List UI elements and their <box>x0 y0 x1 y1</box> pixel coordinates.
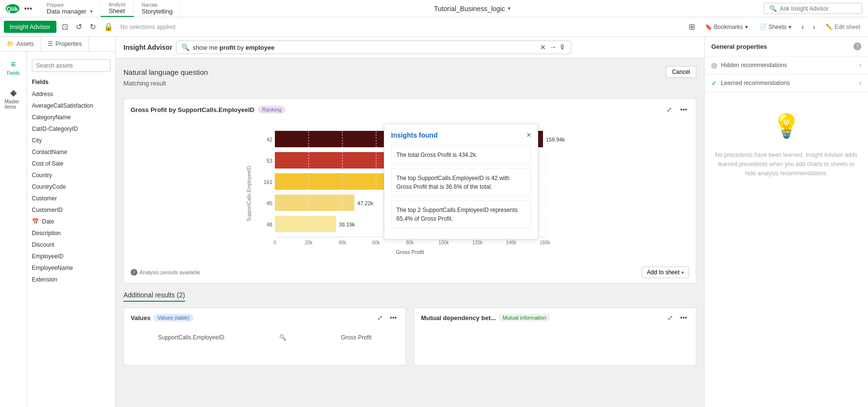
field-item-address[interactable]: Address <box>27 88 115 100</box>
values-chart-actions: ⤢ ••• <box>375 313 399 323</box>
lightbulb-area: 💡 No precedents have been learned. Insig… <box>705 92 868 194</box>
field-item-date[interactable]: 📅 Date <box>27 216 115 227</box>
field-item-countrycode[interactable]: CountryCode <box>27 181 115 193</box>
lock-icon[interactable]: 🔒 <box>101 20 116 33</box>
field-item-customer[interactable]: Customer <box>27 193 115 204</box>
search-assets-input[interactable] <box>32 59 110 72</box>
cancel-button[interactable]: Cancel <box>666 66 696 78</box>
sidebar-item-master-items[interactable]: ◆ Master items <box>1 84 26 113</box>
field-item-contact-name[interactable]: ContactName <box>27 146 115 158</box>
field-item-category-name[interactable]: CategoryName <box>27 112 115 123</box>
svg-text:20k: 20k <box>305 240 313 245</box>
svg-text:120k: 120k <box>472 240 483 245</box>
next-sheet-icon[interactable]: › <box>810 21 817 33</box>
learned-rec-chevron: › <box>859 80 861 86</box>
field-label-cost-of-sale: Cost of Sale <box>32 160 63 167</box>
chart-more-button[interactable]: ••• <box>678 105 689 114</box>
svg-text:158.94k: 158.94k <box>546 137 565 142</box>
search-box-actions: ✕ → 🎙 <box>540 43 566 52</box>
mutual-chart-content <box>421 326 689 334</box>
analysis-periods-icon: i <box>131 269 137 276</box>
learned-recommendations-label: ✓ Learned recommendations <box>711 79 790 87</box>
grid-view-icon[interactable]: ⊞ <box>686 20 697 33</box>
svg-text:48: 48 <box>267 222 272 227</box>
search-input-display[interactable]: show me profit by employee <box>192 44 537 51</box>
field-label-average-call-satisfaction: AverageCallSatisfaction <box>32 102 93 109</box>
edit-sheet-button[interactable]: ✏️ Edit sheet <box>822 22 864 32</box>
search-bar-area: Insight Advisor 🔍 show me profit by empl… <box>116 37 704 58</box>
field-item-employee-name[interactable]: EmployeeName <box>27 262 115 274</box>
master-items-icon: ◆ <box>10 87 17 98</box>
additional-results-header: Additional results (2) <box>123 291 185 302</box>
values-chart-more[interactable]: ••• <box>388 313 399 323</box>
left-panel-tabs: 📁 Assets ☰ Properties <box>0 37 115 52</box>
field-item-country[interactable]: Country <box>27 169 115 181</box>
mutual-chart-more[interactable]: ••• <box>678 313 689 323</box>
expand-values-chart[interactable]: ⤢ <box>375 313 385 323</box>
field-item-customerid[interactable]: CustomerID <box>27 204 115 216</box>
selection-icon[interactable]: ⊡ <box>59 20 70 33</box>
insights-panel-close-button[interactable]: × <box>527 131 531 140</box>
expand-chart-button[interactable]: ⤢ <box>665 105 674 114</box>
prepare-top-label: Prepare <box>47 2 93 8</box>
field-item-catid-categoryid[interactable]: CatID-CategoryID <box>27 123 115 135</box>
hidden-rec-text: Hidden recommendations <box>721 62 787 69</box>
properties-tab[interactable]: ☰ Properties <box>41 37 89 51</box>
sheets-button[interactable]: 📄 Sheets ▾ <box>756 22 795 32</box>
question-header-title: Natural language question <box>123 68 208 76</box>
field-item-discount[interactable]: Discount <box>27 239 115 251</box>
prev-sheet-icon[interactable]: ‹ <box>799 21 806 33</box>
add-to-sheet-button[interactable]: Add to sheet ▾ <box>642 267 689 278</box>
field-item-description[interactable]: Description <box>27 227 115 239</box>
chart-card-header: Gross Profit by SupportCalls.EmployeeID … <box>124 99 696 117</box>
back-icon[interactable]: ↺ <box>73 20 84 33</box>
help-icon[interactable]: ? <box>854 42 861 50</box>
field-label-address: Address <box>32 91 53 98</box>
analyze-nav-section[interactable]: Analyze Sheet <box>101 0 134 17</box>
svg-rect-12 <box>275 195 354 211</box>
sheet-icon: 📄 <box>760 24 767 30</box>
ask-insight-advisor-box[interactable]: 🔍 <box>764 3 862 14</box>
edit-icon: ✏️ <box>826 24 833 30</box>
insights-panel-header: Insights found × <box>391 131 531 140</box>
narrate-nav-section[interactable]: Narrate Storytelling <box>134 0 181 17</box>
chart-footer: i Analysis periods available Add to shee… <box>124 263 696 283</box>
learned-recommendations-header[interactable]: ✓ Learned recommendations › <box>705 74 868 92</box>
values-col2: Gross Profit <box>341 334 371 341</box>
field-label-customerid: CustomerID <box>32 207 63 213</box>
sidebar-item-fields[interactable]: ≡ Fields <box>1 56 26 80</box>
additional-results-row: Values Values (table) ⤢ ••• SupportCalls… <box>123 308 696 365</box>
forward-icon[interactable]: ↻ <box>87 20 98 33</box>
field-item-cost-of-sale[interactable]: Cost of Sale <box>27 158 115 169</box>
field-item-employeeid[interactable]: EmployeeID <box>27 251 115 262</box>
app-title[interactable]: Tutorial_Business_logic <box>434 5 505 13</box>
field-item-city[interactable]: City <box>27 135 115 146</box>
top-navigation: Qlik ••• Prepare Data manager ▾ Analyze … <box>0 0 868 17</box>
right-panel-title: General properties <box>711 43 767 50</box>
expand-mutual-chart[interactable]: ⤢ <box>665 313 675 323</box>
bookmarks-label: Bookmarks <box>714 24 743 30</box>
fields-section-header: Fields <box>27 76 115 88</box>
mutual-badge: Mutual information <box>499 314 550 322</box>
app-title-chevron[interactable]: ▾ <box>508 5 511 12</box>
bookmarks-button[interactable]: 🔖 Bookmarks ▾ <box>701 22 752 32</box>
svg-text:100k: 100k <box>438 240 449 245</box>
prepare-nav-section[interactable]: Prepare Data manager ▾ <box>39 0 101 17</box>
master-items-label: Master items <box>5 99 22 110</box>
assets-tab-icon: 📁 <box>7 41 14 47</box>
field-item-average-call-satisfaction[interactable]: AverageCallSatisfaction <box>27 100 115 112</box>
assets-tab[interactable]: 📁 Assets <box>0 37 41 51</box>
insight-advisor-button[interactable]: Insight Advisor <box>4 21 56 33</box>
field-item-extension[interactable]: Extension <box>27 274 115 285</box>
microphone-icon[interactable]: 🎙 <box>559 43 566 51</box>
svg-text:53: 53 <box>267 158 272 164</box>
field-label-employeeid: EmployeeID <box>32 253 63 260</box>
submit-search-button[interactable]: → <box>549 43 556 52</box>
more-options-icon[interactable]: ••• <box>22 4 34 13</box>
hidden-recommendations-header[interactable]: ◎ Hidden recommendations › <box>705 56 868 74</box>
nav-center: Tutorial_Business_logic ▾ <box>181 5 764 13</box>
ask-insight-input[interactable] <box>780 5 857 12</box>
mutual-chart-header: Mutual dependency bet... Mutual informat… <box>421 313 689 323</box>
bookmark-icon: 🔖 <box>705 24 712 30</box>
clear-search-button[interactable]: ✕ <box>540 43 546 51</box>
